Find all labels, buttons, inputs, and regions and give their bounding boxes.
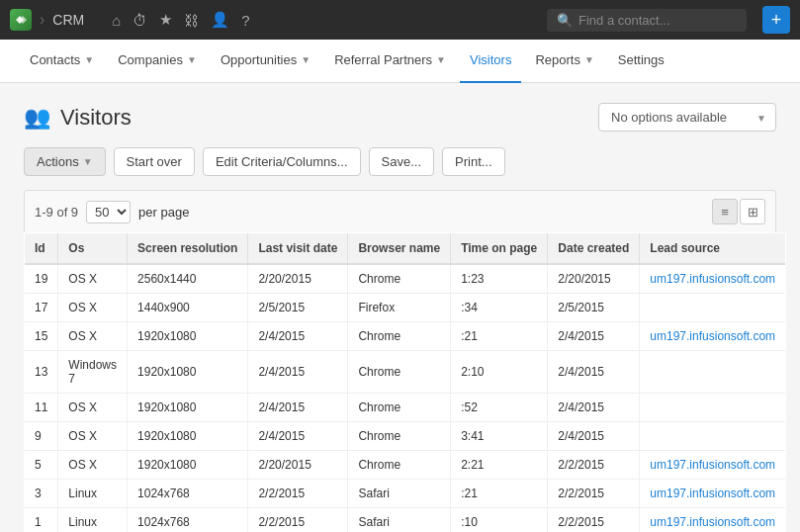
nav-reports[interactable]: Reports ▼	[525, 40, 603, 83]
actions-arrow: ▼	[83, 156, 93, 167]
table-header-row: Id Os Screen resolution Last visit date …	[25, 233, 786, 265]
col-last-visit: Last visit date	[248, 233, 348, 265]
view-icons: ≡ ⊞	[712, 199, 765, 224]
table-controls: 1-9 of 9 50 per page ≡ ⊞	[24, 190, 776, 232]
table-row: 9OS X1920x10802/4/2015Chrome3:412/4/2015	[25, 422, 786, 451]
cell-id: 13	[25, 351, 58, 394]
cell-os: OS X	[58, 451, 128, 480]
cell-date_created: 2/4/2015	[548, 322, 640, 351]
cell-date_created: 2/4/2015	[548, 422, 640, 451]
network-icon[interactable]: ⛓	[184, 12, 199, 29]
cell-browser: Chrome	[348, 351, 451, 394]
col-lead-source: Lead source	[640, 233, 786, 265]
cell-id: 19	[25, 264, 58, 294]
cell-lead_source	[640, 351, 786, 394]
list-view-button[interactable]: ≡	[712, 199, 738, 224]
cell-screen_resolution: 1440x900	[128, 294, 248, 322]
cell-lead_source[interactable]: um197.infusionsoft.com	[640, 451, 786, 480]
cell-time_on_page: :10	[451, 508, 548, 533]
page-title: Visitors	[60, 105, 132, 131]
nav-visitors[interactable]: Visitors	[460, 40, 521, 83]
cell-screen_resolution: 1920x1080	[128, 422, 248, 451]
cell-browser: Safari	[348, 508, 451, 533]
visitors-icon: 👥	[24, 105, 50, 131]
cell-date_created: 2/2/2015	[548, 480, 640, 508]
cell-os: OS X	[58, 394, 128, 422]
lead-source-link[interactable]: um197.infusionsoft.com	[650, 458, 775, 472]
table-row: 17OS X1440x9002/5/2015Firefox:342/5/2015	[25, 294, 786, 322]
top-bar: › CRM ⌂ ⏱ ★ ⛓ 👤 ? 🔍 +	[0, 0, 800, 40]
search-input[interactable]	[578, 13, 737, 28]
cell-lead_source	[640, 394, 786, 422]
cell-last_visit: 2/20/2015	[248, 264, 348, 294]
cell-screen_resolution: 2560x1440	[128, 264, 248, 294]
cell-os: Linux	[58, 480, 128, 508]
table-row: 1Linux1024x7682/2/2015Safari:102/2/2015u…	[25, 508, 786, 533]
edit-criteria-button[interactable]: Edit Criteria/Columns...	[203, 147, 361, 176]
cell-os: OS X	[58, 294, 128, 322]
nav-settings[interactable]: Settings	[608, 40, 674, 83]
table-row: 15OS X1920x10802/4/2015Chrome:212/4/2015…	[25, 322, 786, 351]
cell-date_created: 2/4/2015	[548, 351, 640, 394]
help-icon[interactable]: ?	[241, 12, 249, 29]
star-icon[interactable]: ★	[159, 11, 172, 29]
cell-last_visit: 2/4/2015	[248, 322, 348, 351]
page-info: 1-9 of 9	[35, 205, 78, 220]
grid-view-button[interactable]: ⊞	[740, 199, 765, 224]
cell-screen_resolution: 1920x1080	[128, 351, 248, 394]
cell-lead_source[interactable]: um197.infusionsoft.com	[640, 480, 786, 508]
cell-os: OS X	[58, 322, 128, 351]
cell-date_created: 2/5/2015	[548, 294, 640, 322]
cell-lead_source[interactable]: um197.infusionsoft.com	[640, 322, 786, 351]
cell-os: Windows 7	[58, 351, 128, 394]
per-page-select[interactable]: 50	[86, 201, 131, 223]
nav-referral-partners[interactable]: Referral Partners ▼	[324, 40, 456, 83]
cell-last_visit: 2/4/2015	[248, 394, 348, 422]
nav-opportunities[interactable]: Opportunities ▼	[211, 40, 320, 83]
page-title-row: 👥 Visitors	[24, 105, 132, 131]
lead-source-link[interactable]: um197.infusionsoft.com	[650, 329, 775, 343]
cell-date_created: 2/2/2015	[548, 508, 640, 533]
clock-icon[interactable]: ⏱	[133, 12, 147, 29]
cell-last_visit: 2/5/2015	[248, 294, 348, 322]
col-id: Id	[25, 233, 58, 265]
cell-screen_resolution: 1024x768	[128, 508, 248, 533]
cell-time_on_page: :52	[451, 394, 548, 422]
options-select-wrapper: No options available	[598, 103, 776, 132]
cell-screen_resolution: 1024x768	[128, 480, 248, 508]
add-button[interactable]: +	[762, 6, 790, 34]
cell-id: 1	[25, 508, 58, 533]
col-screen-resolution: Screen resolution	[128, 233, 248, 265]
cell-os: Linux	[58, 508, 128, 533]
nav-contacts[interactable]: Contacts ▼	[20, 40, 104, 83]
cell-lead_source[interactable]: um197.infusionsoft.com	[640, 264, 786, 294]
start-over-button[interactable]: Start over	[114, 147, 195, 176]
lead-source-link[interactable]: um197.infusionsoft.com	[650, 515, 775, 529]
cell-time_on_page: :21	[451, 322, 548, 351]
home-icon[interactable]: ⌂	[112, 12, 121, 29]
save-button[interactable]: Save...	[369, 147, 434, 176]
print-button[interactable]: Print...	[442, 147, 505, 176]
secondary-nav: Contacts ▼ Companies ▼ Opportunities ▼ R…	[0, 40, 800, 83]
cell-date_created: 2/2/2015	[548, 451, 640, 480]
person-icon[interactable]: 👤	[211, 11, 229, 29]
lead-source-link[interactable]: um197.infusionsoft.com	[650, 272, 775, 286]
toolbar: Actions ▼ Start over Edit Criteria/Colum…	[24, 147, 776, 176]
cell-lead_source[interactable]: um197.infusionsoft.com	[640, 508, 786, 533]
cell-id: 3	[25, 480, 58, 508]
table-row: 3Linux1024x7682/2/2015Safari:212/2/2015u…	[25, 480, 786, 508]
lead-source-link[interactable]: um197.infusionsoft.com	[650, 487, 775, 500]
table-row: 11OS X1920x10802/4/2015Chrome:522/4/2015	[25, 394, 786, 422]
cell-id: 5	[25, 451, 58, 480]
cell-id: 9	[25, 422, 58, 451]
cell-screen_resolution: 1920x1080	[128, 322, 248, 351]
nav-companies[interactable]: Companies ▼	[108, 40, 207, 83]
cell-browser: Chrome	[348, 422, 451, 451]
actions-button[interactable]: Actions ▼	[24, 147, 106, 176]
search-bar: 🔍	[547, 9, 747, 32]
no-options-select[interactable]: No options available	[598, 103, 776, 132]
per-page-label: per page	[138, 205, 189, 220]
reports-arrow: ▼	[584, 54, 594, 65]
cell-last_visit: 2/2/2015	[248, 508, 348, 533]
cell-browser: Chrome	[348, 451, 451, 480]
